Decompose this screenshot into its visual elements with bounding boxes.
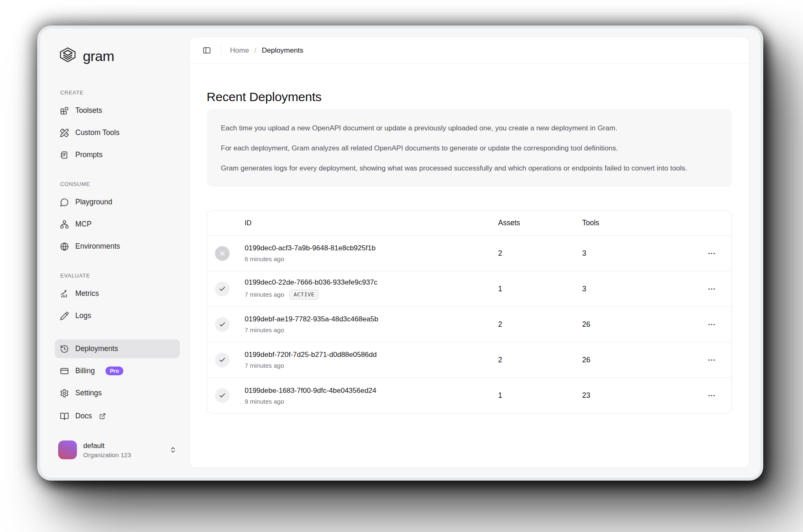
breadcrumb-current: Deployments — [262, 46, 303, 55]
deployment-id: 0199dec0-acf3-7a9b-9648-81e8cb925f1b — [245, 244, 496, 252]
sidebar-item-billing[interactable]: Billing Pro — [55, 361, 180, 380]
deployments-table: ID Assets Tools 0199dec0-acf3 — [207, 210, 732, 414]
sidebar-item-label: MCP — [75, 220, 92, 229]
docs-icon — [60, 412, 69, 421]
breadcrumb-bar: Home / Deployments — [189, 37, 749, 64]
sidebar-item-custom-tools[interactable]: Custom Tools — [55, 123, 180, 142]
status-success-icon — [215, 388, 230, 403]
column-assets: Assets — [496, 219, 581, 227]
sidebar: gram CREATE Toolsets — [40, 28, 189, 478]
assets-count: 2 — [496, 320, 581, 329]
sidebar-item-docs[interactable]: Docs — [55, 407, 180, 425]
section-deployments-group: Deployments Billing Pro — [55, 339, 180, 402]
sidebar-item-metrics[interactable]: Metrics — [55, 284, 180, 303]
table-header: ID Assets Tools — [207, 211, 731, 236]
table-row[interactable]: 0199debf-720f-7d25-b271-d0d88e0586dd 7 m… — [207, 342, 731, 378]
org-subtitle: Organization 123 — [83, 451, 163, 458]
sidebar-item-label: Deployments — [75, 344, 118, 353]
deployment-time: 7 minutes ago — [245, 362, 284, 369]
mcp-icon — [60, 220, 69, 229]
table-row[interactable]: 0199debe-1683-7f00-9dfc-4be04356ed24 9 m… — [207, 378, 731, 413]
section-docs: Docs — [55, 407, 180, 425]
brand-name: gram — [83, 48, 114, 64]
section-label-consume: CONSUME — [60, 181, 180, 188]
status-failed-icon — [215, 246, 230, 261]
deployment-time: 7 minutes ago — [245, 326, 284, 333]
deployment-id: 0199debf-ae19-7782-935a-48d3c468ea5b — [245, 315, 496, 323]
divider — [221, 45, 221, 56]
sidebar-item-mcp[interactable]: MCP — [55, 215, 180, 234]
row-menu-button[interactable] — [704, 352, 719, 368]
sidebar-toggle-icon[interactable] — [202, 45, 212, 56]
section-label-create: CREATE — [60, 89, 180, 96]
row-menu-button[interactable] — [704, 246, 719, 261]
sidebar-item-settings[interactable]: Settings — [55, 384, 180, 402]
sidebar-item-label: Playground — [75, 198, 113, 206]
app-window: gram CREATE Toolsets — [40, 28, 760, 478]
status-success-icon — [215, 317, 230, 332]
deployment-id: 0199debf-720f-7d25-b271-d0d88e0586dd — [245, 351, 496, 359]
sidebar-item-label: Metrics — [75, 289, 99, 298]
breadcrumb-separator: / — [254, 46, 256, 55]
tools-count: 23 — [581, 391, 691, 400]
table-row[interactable]: 0199dec0-22de-7666-b036-933efe9c937c 7 m… — [207, 271, 731, 307]
tools-count: 3 — [581, 249, 691, 258]
description-paragraph: For each deployment, Gram analyzes all r… — [221, 143, 718, 154]
breadcrumb: Home / Deployments — [230, 46, 303, 55]
assets-count: 1 — [496, 391, 581, 400]
logs-icon — [60, 311, 69, 321]
row-menu-button[interactable] — [704, 281, 719, 297]
playground-icon — [60, 198, 69, 207]
external-link-icon — [99, 413, 106, 420]
org-switcher[interactable]: default Organization 123 — [55, 440, 180, 459]
column-id: ID — [245, 219, 496, 227]
org-info: default Organization 123 — [83, 442, 163, 458]
row-menu-button[interactable] — [704, 388, 719, 403]
sidebar-item-label: Custom Tools — [75, 128, 120, 137]
row-menu-button[interactable] — [704, 317, 719, 332]
sidebar-nav: CREATE Toolsets — [55, 89, 180, 425]
sidebar-item-playground[interactable]: Playground — [55, 193, 180, 211]
sidebar-item-label: Prompts — [75, 150, 102, 159]
org-name: default — [83, 442, 163, 450]
org-avatar — [58, 440, 77, 459]
status-success-icon — [215, 282, 230, 296]
sidebar-item-deployments[interactable]: Deployments — [55, 339, 180, 358]
sidebar-item-prompts[interactable]: Prompts — [55, 145, 180, 164]
tools-count: 26 — [581, 356, 691, 364]
deployment-time: 6 minutes ago — [245, 255, 284, 262]
toolsets-icon — [60, 106, 69, 115]
gram-logo-icon — [59, 46, 77, 66]
section-consume: CONSUME Playground — [55, 181, 180, 256]
table-row[interactable]: 0199debf-ae19-7782-935a-48d3c468ea5b 7 m… — [207, 307, 731, 342]
main-area: Home / Deployments Recent Deployments Ea… — [189, 28, 760, 478]
sidebar-item-environments[interactable]: Environments — [55, 237, 180, 256]
brand-logo: gram — [59, 46, 180, 66]
section-create: CREATE Toolsets — [55, 89, 180, 164]
custom-tools-icon — [60, 128, 69, 137]
pro-badge: Pro — [105, 367, 124, 375]
column-tools: Tools — [581, 219, 691, 227]
sidebar-item-label: Environments — [75, 242, 120, 251]
deployments-icon — [60, 344, 69, 354]
deployment-time: 9 minutes ago — [245, 398, 284, 405]
metrics-icon — [60, 289, 69, 298]
page-content: Recent Deployments Each time you upload … — [189, 64, 749, 414]
billing-icon — [60, 367, 69, 376]
status-success-icon — [215, 353, 230, 367]
sidebar-item-toolsets[interactable]: Toolsets — [55, 101, 180, 120]
table-row[interactable]: 0199dec0-acf3-7a9b-9648-81e8cb925f1b 6 m… — [207, 236, 731, 271]
sidebar-item-label: Settings — [75, 389, 102, 397]
description-panel: Each time you upload a new OpenAPI docum… — [207, 109, 732, 187]
tools-count: 3 — [581, 285, 691, 293]
description-paragraph: Gram generates logs for every deployment… — [221, 163, 718, 174]
deployment-id: 0199debe-1683-7f00-9dfc-4be04356ed24 — [245, 387, 496, 395]
chevrons-up-down-icon — [169, 446, 176, 453]
settings-icon — [60, 389, 69, 398]
assets-count: 2 — [496, 249, 581, 258]
assets-count: 1 — [496, 285, 581, 293]
sidebar-item-label: Docs — [75, 412, 92, 420]
sidebar-item-logs[interactable]: Logs — [55, 306, 180, 325]
page-title: Recent Deployments — [207, 90, 732, 104]
breadcrumb-home[interactable]: Home — [230, 46, 249, 55]
